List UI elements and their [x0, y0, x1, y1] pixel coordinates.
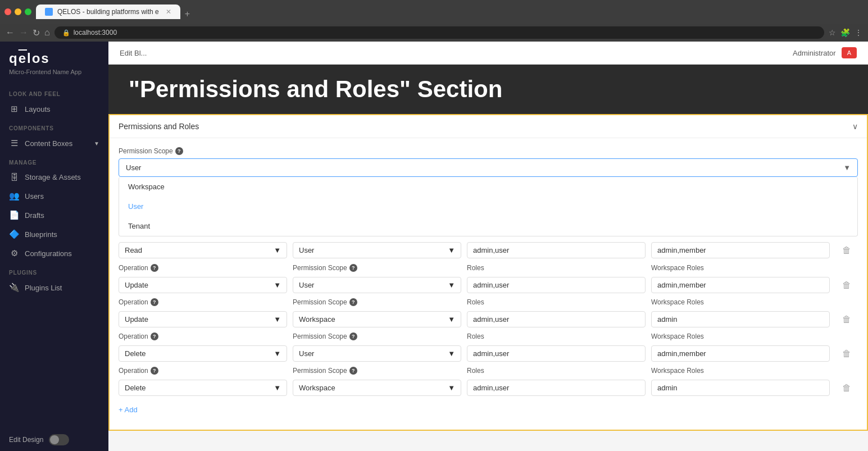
main-topbar: Edit Bl... Administrator A — [108, 42, 868, 65]
url-text[interactable]: localhost:3000 — [74, 29, 117, 37]
new-tab-button[interactable]: + — [185, 9, 190, 19]
col-operation-3: Operation ? — [119, 298, 287, 306]
nav-back-button[interactable]: ← — [6, 28, 15, 38]
extensions-icon[interactable]: 🧩 — [840, 28, 850, 37]
scope-option-workspace[interactable]: Workspace — [119, 177, 857, 197]
perm-input-delete1-roles[interactable]: admin,user — [467, 345, 646, 362]
perm-select-delete2-op[interactable]: Delete ▼ — [119, 380, 287, 396]
tab-bar: QELOS - building platforms with e ✕ + — [36, 4, 864, 19]
delete-update2-button[interactable]: 🗑 — [835, 315, 858, 325]
nav-home-button[interactable]: ⌂ — [44, 28, 50, 38]
sidebar-item-label-blueprints: Blueprints — [25, 230, 57, 239]
tooltip-text: "Permissions and Roles" Section — [129, 76, 502, 102]
perm-select-delete1-op[interactable]: Delete ▼ — [119, 345, 287, 362]
perm-input-delete1-workspace-roles[interactable]: admin,member — [651, 345, 830, 362]
sidebar-item-blueprints[interactable]: 🔷 Blueprints — [0, 225, 108, 244]
edit-design-toggle[interactable] — [49, 434, 69, 445]
scope-dropdown-menu: Workspace User Tenant — [119, 177, 858, 236]
sidebar-item-storage-assets[interactable]: 🗄 Storage & Assets — [0, 168, 108, 186]
sidebar-item-users[interactable]: 👥 Users — [0, 186, 108, 206]
perm-row-delete-workspace: Delete ▼ Workspace ▼ admin,user admin 🗑 — [119, 377, 858, 399]
sidebar-item-label-users: Users — [25, 192, 44, 201]
col-perm-scope-4: Permission Scope ? — [293, 332, 461, 340]
nav-forward-button[interactable]: → — [19, 28, 28, 38]
lock-icon: 🔒 — [62, 29, 70, 37]
delete-update1-button[interactable]: 🗑 — [835, 280, 858, 290]
perm-select-update2-scope[interactable]: Workspace ▼ — [293, 311, 461, 327]
bookmark-icon[interactable]: ☆ — [829, 28, 836, 37]
sidebar-section-look-and-feel: LOOK AND FEEL — [0, 84, 108, 99]
sidebar-item-configurations[interactable]: ⚙ Configurations — [0, 244, 108, 263]
perm-row-read: Read ▼ User ▼ admin,user admin,member 🗑 — [119, 236, 858, 262]
tab-favicon — [45, 8, 53, 16]
breadcrumb: Edit Bl... — [120, 49, 147, 57]
sidebar-item-label-content-boxes: Content Boxes — [25, 139, 72, 148]
nav-refresh-button[interactable]: ↻ — [33, 28, 40, 38]
perm-select-read-op[interactable]: Read ▼ — [119, 242, 287, 258]
permissions-body: Permission Scope ? User ▼ Workspace User… — [110, 138, 867, 430]
perm-input-update2-workspace-roles[interactable]: admin — [651, 311, 830, 327]
logo-area: qelos Micro-Frontend Name App — [0, 42, 108, 84]
content-boxes-icon: ☰ — [9, 138, 19, 148]
perm-input-delete2-roles[interactable]: admin,user — [467, 380, 646, 396]
scope-selected-value: User — [126, 163, 141, 172]
sidebar-item-layouts[interactable]: ⊞ Layouts — [0, 99, 108, 119]
perm-select-delete2-scope[interactable]: Workspace ▼ — [293, 380, 461, 396]
permissions-header: Permissions and Roles ∨ — [110, 115, 867, 138]
scope-help-icon: ? — [175, 147, 183, 155]
delete-delete1-button[interactable]: 🗑 — [835, 349, 858, 359]
browser-navbar: ← → ↻ ⌂ 🔒 localhost:3000 ☆ 🧩 ⋮ — [0, 24, 868, 42]
read-op-chevron-icon: ▼ — [274, 246, 281, 254]
perm-select-delete1-scope[interactable]: User ▼ — [293, 345, 461, 362]
read-scope-value: User — [299, 246, 314, 254]
sidebar-item-drafts[interactable]: 📄 Drafts — [0, 206, 108, 225]
layouts-icon: ⊞ — [9, 104, 19, 114]
perm-select-update1-op[interactable]: Update ▼ — [119, 277, 287, 293]
perm-scope-help-icon2: ? — [349, 264, 357, 272]
perm-select-read-scope[interactable]: User ▼ — [293, 242, 461, 258]
admin-area: Administrator A — [793, 47, 857, 58]
perm-row-3-header: Operation ? Permission Scope ? Roles Wor… — [119, 296, 858, 308]
sidebar-item-plugins-list[interactable]: 🔌 Plugins List — [0, 278, 108, 297]
configurations-icon: ⚙ — [9, 248, 19, 258]
col-workspace-roles: Workspace Roles — [651, 264, 830, 272]
perm-input-update2-roles[interactable]: admin,user — [467, 311, 646, 327]
perm-select-update1-scope[interactable]: User ▼ — [293, 277, 461, 293]
traffic-lights — [4, 8, 31, 15]
traffic-light-yellow[interactable] — [15, 8, 21, 15]
sidebar-item-label-storage: Storage & Assets — [25, 173, 81, 181]
edit-design-label: Edit Design — [9, 436, 43, 444]
roles-col-label: Roles — [467, 264, 484, 272]
perm-input-delete2-workspace-roles[interactable]: admin — [651, 380, 830, 396]
permissions-section: Permissions and Roles ∨ Permission Scope… — [108, 114, 868, 431]
col-perm-scope-3: Permission Scope ? — [293, 298, 461, 306]
menu-icon[interactable]: ⋮ — [855, 28, 862, 37]
perm-select-update2-op[interactable]: Update ▼ — [119, 311, 287, 327]
traffic-light-red[interactable] — [4, 8, 11, 15]
read-op-value: Read — [125, 246, 142, 254]
scope-option-tenant[interactable]: Tenant — [119, 216, 857, 236]
col-permission-scope: Permission Scope ? — [293, 264, 461, 272]
tab-close-icon[interactable]: ✕ — [166, 8, 171, 16]
perm-input-read-workspace-roles[interactable]: admin,member — [651, 242, 830, 258]
add-permission-button[interactable]: + Add — [119, 406, 138, 414]
tooltip-overlay: "Permissions and Roles" Section — [108, 65, 868, 114]
collapse-button[interactable]: ∨ — [852, 122, 858, 131]
scope-dropdown[interactable]: User ▼ — [119, 158, 858, 177]
perm-input-update1-roles[interactable]: admin,user — [467, 277, 646, 293]
perm-input-update1-workspace-roles[interactable]: admin,member — [651, 277, 830, 293]
storage-icon: 🗄 — [9, 172, 19, 182]
delete-read-button[interactable]: 🗑 — [835, 245, 858, 256]
active-tab[interactable]: QELOS - building platforms with e ✕ — [36, 4, 180, 19]
sidebar-bottom: Edit Design — [0, 427, 108, 451]
scope-option-user[interactable]: User — [119, 197, 857, 216]
chevron-down-icon: ▼ — [94, 140, 99, 147]
blueprints-icon: 🔷 — [9, 229, 19, 239]
traffic-light-green[interactable] — [25, 8, 31, 15]
sidebar-section-components: COMPONENTS — [0, 119, 108, 134]
sidebar-item-label-layouts: Layouts — [25, 105, 51, 113]
browser-titlebar: QELOS - building platforms with e ✕ + — [0, 0, 868, 24]
delete-delete2-button[interactable]: 🗑 — [835, 383, 858, 393]
sidebar-item-content-boxes[interactable]: ☰ Content Boxes ▼ — [0, 134, 108, 153]
perm-input-read-roles[interactable]: admin,user — [467, 242, 646, 258]
